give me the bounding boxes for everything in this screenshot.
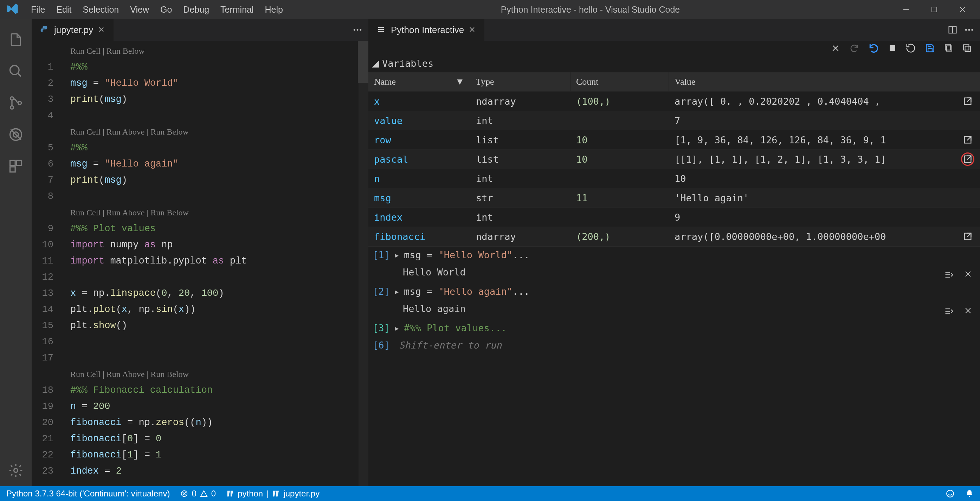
activity-bar xyxy=(0,19,32,486)
code-line[interactable]: fibonacci = np.zeros((n)) xyxy=(70,415,368,431)
restart-icon[interactable] xyxy=(905,43,916,53)
activity-search-icon[interactable] xyxy=(0,55,32,87)
editor-scrollbar[interactable] xyxy=(358,41,368,486)
status-interpreter[interactable]: Python 3.7.3 64-bit ('Continuum': virtua… xyxy=(6,489,170,499)
variable-row[interactable]: fibonaccindarray(200,)array([0.00000000e… xyxy=(368,227,980,246)
code-line[interactable]: import matplotlib.pyplot as plt xyxy=(70,253,368,269)
variable-row[interactable]: msgstr11'Hello again' xyxy=(368,188,980,208)
open-variable-icon[interactable] xyxy=(955,96,980,106)
editor-body[interactable]: 1234567891011121314151617181920212223 Ru… xyxy=(32,41,368,486)
collapse-all-icon[interactable] xyxy=(963,44,972,53)
window-close-button[interactable] xyxy=(948,0,977,19)
variables-header[interactable]: ◢ Variables xyxy=(368,55,980,72)
activity-explorer-icon[interactable] xyxy=(0,24,32,55)
code-line[interactable]: msg = "Hello again" xyxy=(70,156,368,172)
col-count[interactable]: Count xyxy=(571,72,669,91)
status-feedback-icon[interactable] xyxy=(945,489,955,498)
cell-source[interactable]: msg = "Hello World"... xyxy=(404,249,530,260)
code-line[interactable]: fibonacci[1] = 1 xyxy=(70,447,368,463)
menu-file[interactable]: File xyxy=(25,5,51,15)
delete-cell-icon[interactable] xyxy=(964,270,972,280)
code-line[interactable]: #%% xyxy=(70,59,368,75)
activity-debug-icon[interactable] xyxy=(0,119,32,151)
col-type[interactable]: Type xyxy=(470,72,571,91)
status-kernel[interactable]: python | jupyter.py xyxy=(226,489,320,499)
menu-go[interactable]: Go xyxy=(155,5,178,15)
tab-label: jupyter.py xyxy=(54,25,93,35)
code-line[interactable] xyxy=(70,188,368,205)
codelens[interactable]: Run Cell | Run Above | Run Below xyxy=(70,205,368,220)
window-minimize-button[interactable] xyxy=(892,0,920,19)
code-line[interactable]: #%% xyxy=(70,140,368,156)
codelens[interactable]: Run Cell | Run Below xyxy=(70,43,368,59)
window-maximize-button[interactable] xyxy=(920,0,948,19)
variable-row[interactable]: xndarray(100,)array([ 0. , 0.2020202 , 0… xyxy=(368,92,980,111)
svg-rect-37 xyxy=(965,46,970,52)
cell-input-placeholder[interactable]: Shift-enter to run xyxy=(394,340,502,350)
code-line[interactable]: msg = "Hello World" xyxy=(70,75,368,91)
cell-expand-icon[interactable]: ▸ xyxy=(394,286,400,297)
menu-debug[interactable]: Debug xyxy=(178,5,215,15)
goto-code-icon[interactable] xyxy=(944,270,954,280)
editor-more-icon[interactable] xyxy=(964,25,974,35)
menu-help[interactable]: Help xyxy=(259,5,289,15)
code-line[interactable]: fibonacci[0] = 0 xyxy=(70,431,368,447)
code-line[interactable]: import numpy as np xyxy=(70,237,368,253)
variable-row[interactable]: nint10 xyxy=(368,169,980,188)
variable-row[interactable]: indexint9 xyxy=(368,208,980,227)
save-icon[interactable] xyxy=(925,43,935,53)
undo-icon[interactable] xyxy=(868,43,880,54)
cancel-icon[interactable] xyxy=(831,44,840,53)
variable-row[interactable]: pascallist10[[1], [1, 1], [1, 2, 1], [1,… xyxy=(368,150,980,169)
goto-code-icon[interactable] xyxy=(944,306,954,316)
col-name[interactable]: Name▼ xyxy=(368,72,470,91)
redo-icon[interactable] xyxy=(849,43,859,53)
code-line[interactable]: #%% Plot values xyxy=(70,220,368,237)
open-variable-icon[interactable] xyxy=(955,231,980,241)
code-line[interactable]: plt.plot(x, np.sin(x)) xyxy=(70,301,368,318)
cell-prompt: [3] xyxy=(372,322,390,333)
code-line[interactable] xyxy=(70,350,368,366)
variable-row[interactable]: rowlist10[1, 9, 36, 84, 126, 126, 84, 36… xyxy=(368,130,980,150)
code-line[interactable] xyxy=(70,269,368,285)
code-line[interactable]: index = 2 xyxy=(70,463,368,479)
cell-source[interactable]: #%% Plot values... xyxy=(404,322,507,333)
tab-close-icon[interactable] xyxy=(98,26,105,33)
tab-close-icon[interactable] xyxy=(469,26,476,33)
code-line[interactable] xyxy=(70,334,368,350)
code-line[interactable]: x = np.linspace(0, 20, 100) xyxy=(70,285,368,301)
code-line[interactable]: print(msg) xyxy=(70,91,368,108)
code-line[interactable]: plt.show() xyxy=(70,318,368,334)
menu-view[interactable]: View xyxy=(124,5,155,15)
open-variable-icon[interactable] xyxy=(955,152,980,166)
interactive-pane: Python Interactive xyxy=(368,19,980,486)
interrupt-icon[interactable] xyxy=(889,44,896,52)
code-line[interactable]: n = 200 xyxy=(70,398,368,415)
status-problems[interactable]: 0 0 xyxy=(180,489,216,499)
menu-terminal[interactable]: Terminal xyxy=(215,5,259,15)
delete-cell-icon[interactable] xyxy=(964,306,972,316)
code-line[interactable]: print(msg) xyxy=(70,172,368,188)
editor-more-icon[interactable] xyxy=(352,25,363,35)
code-line[interactable]: #%% Fibonacci calculation xyxy=(70,382,368,398)
menu-edit[interactable]: Edit xyxy=(51,5,77,15)
activity-settings-icon[interactable] xyxy=(0,455,32,486)
cell-expand-icon[interactable]: ▸ xyxy=(394,322,400,333)
split-editor-icon[interactable] xyxy=(948,25,958,35)
open-variable-icon[interactable] xyxy=(955,135,980,145)
cell-source[interactable]: msg = "Hello again"... xyxy=(404,286,530,297)
cell-expand-icon[interactable]: ▸ xyxy=(394,249,400,260)
col-value[interactable]: Value xyxy=(669,72,955,91)
activity-scm-icon[interactable] xyxy=(0,87,32,119)
menu-selection[interactable]: Selection xyxy=(77,5,124,15)
codelens[interactable]: Run Cell | Run Above | Run Below xyxy=(70,366,368,382)
status-notifications-icon[interactable] xyxy=(965,489,974,498)
tab-jupyter-py[interactable]: jupyter.py xyxy=(32,19,114,41)
variable-row[interactable]: valueint7 xyxy=(368,111,980,130)
activity-extensions-icon[interactable] xyxy=(0,151,32,182)
tab-python-interactive[interactable]: Python Interactive xyxy=(368,19,485,41)
code-line[interactable] xyxy=(70,108,368,124)
status-bar: Python 3.7.3 64-bit ('Continuum': virtua… xyxy=(0,486,980,501)
expand-all-icon[interactable] xyxy=(944,44,953,53)
codelens[interactable]: Run Cell | Run Above | Run Below xyxy=(70,124,368,140)
